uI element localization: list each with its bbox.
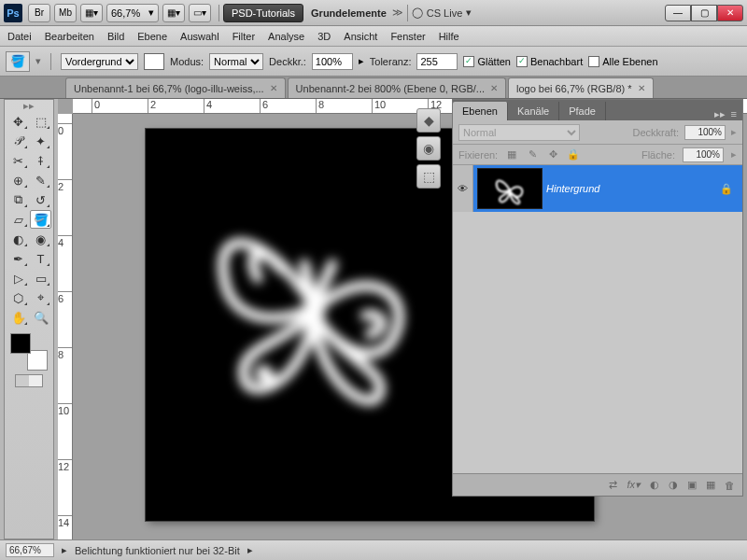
layers-footer: ⇄ fx▾ ◐ ◑ ▣ ▦ 🗑: [453, 473, 742, 496]
fg-color[interactable]: [10, 333, 31, 354]
quickmask-toggle[interactable]: [15, 374, 43, 387]
eyedropper-tool[interactable]: ⤉: [30, 151, 51, 170]
move-tool[interactable]: ✥: [7, 112, 29, 131]
zoom-tool[interactable]: 🔍: [30, 308, 51, 327]
menu-bild[interactable]: Bild: [107, 31, 124, 42]
close-button[interactable]: ✕: [717, 5, 743, 21]
lock-paint-icon[interactable]: ✎: [526, 148, 539, 161]
fx-icon[interactable]: fx▾: [627, 479, 641, 491]
doc-tab-1[interactable]: Unbenannt-1 bei 66,7% (logo-illu-weiss,.…: [65, 77, 286, 98]
adjustment-icon[interactable]: ◑: [669, 479, 678, 491]
opacity-input[interactable]: [312, 53, 353, 70]
panel-menu-icon[interactable]: ≡: [731, 108, 737, 120]
layers-panel: Ebenen Kanäle Pfade ▸▸≡ Normal Deckkraft…: [452, 99, 743, 497]
ruler-vertical[interactable]: 02468101214: [58, 114, 73, 539]
layer-name[interactable]: Hintergrund: [546, 183, 711, 194]
new-layer-icon[interactable]: ▦: [706, 479, 715, 491]
lock-trans-icon[interactable]: ▦: [505, 148, 518, 161]
menu-auswahl[interactable]: Auswahl: [180, 31, 219, 42]
fill-source-select[interactable]: Vordergrund: [61, 53, 138, 70]
layer-row[interactable]: 👁 Hintergrund 🔒: [453, 165, 742, 212]
antialias-checkbox[interactable]: ✓Glätten: [463, 56, 510, 67]
link-layers-icon[interactable]: ⇄: [609, 479, 617, 491]
bridge-button[interactable]: Br: [28, 4, 50, 22]
menu-hilfe[interactable]: Hilfe: [439, 31, 459, 42]
menu-ebene[interactable]: Ebene: [137, 31, 167, 42]
zoom-status[interactable]: 66,67%: [6, 543, 54, 557]
options-bar: 🪣 ▾ Vordergrund Modus: Normal Deckkr.: ▸…: [0, 47, 747, 77]
dock-styles-icon[interactable]: ⬚: [416, 164, 441, 189]
bucket-tool[interactable]: 🪣: [30, 210, 51, 229]
hand-tool[interactable]: ✋: [7, 308, 29, 327]
collapse-icon[interactable]: ▸▸: [714, 108, 726, 120]
eraser-tool[interactable]: ▱: [7, 210, 29, 229]
fill-value[interactable]: 100%: [683, 147, 724, 162]
minimize-button[interactable]: —: [665, 5, 691, 21]
menu-ansicht[interactable]: Ansicht: [344, 31, 377, 42]
dock-color-icon[interactable]: ◆: [416, 108, 441, 133]
maximize-button[interactable]: ▢: [691, 5, 717, 21]
trash-icon[interactable]: 🗑: [725, 480, 735, 491]
tab-pfade[interactable]: Pfade: [559, 102, 606, 120]
dodge-tool[interactable]: ◉: [30, 230, 51, 248]
heal-tool[interactable]: ⊕: [7, 171, 29, 189]
marquee-tool[interactable]: ⬚: [30, 112, 51, 131]
pattern-swatch[interactable]: [144, 53, 164, 70]
mode-select[interactable]: Normal: [209, 53, 263, 70]
tab-ebenen[interactable]: Ebenen: [453, 102, 508, 120]
crop-tool[interactable]: ✂: [7, 151, 29, 170]
shape-tool[interactable]: ▭: [30, 269, 51, 287]
close-icon[interactable]: ✕: [270, 83, 277, 93]
view-extras-button[interactable]: ▦▾: [80, 4, 103, 22]
bucket-tool-icon[interactable]: 🪣: [6, 51, 30, 72]
blend-mode-select[interactable]: Normal: [458, 124, 580, 141]
history-brush-tool[interactable]: ↺: [30, 190, 51, 209]
tolerance-input[interactable]: [416, 53, 458, 70]
path-tool[interactable]: ▷: [7, 269, 29, 287]
wand-tool[interactable]: ✦: [30, 132, 51, 150]
opacity-panel-value[interactable]: 100%: [684, 125, 726, 140]
color-swatches[interactable]: [10, 333, 48, 371]
menu-filter[interactable]: Filter: [233, 31, 255, 42]
menu-datei[interactable]: Datei: [7, 31, 32, 42]
visibility-toggle[interactable]: 👁: [453, 165, 473, 212]
3d-tool[interactable]: ⬡: [7, 288, 29, 307]
menu-fenster[interactable]: Fenster: [390, 31, 425, 42]
3dcam-tool[interactable]: ⌖: [30, 288, 51, 307]
minibridge-button[interactable]: Mb: [54, 4, 77, 22]
status-message: Belichtung funktioniert nur bei 32-Bit: [75, 545, 240, 556]
arrange-button[interactable]: ▦▾: [162, 4, 185, 22]
pen-tool[interactable]: ✒: [7, 249, 29, 268]
group-icon[interactable]: ▣: [687, 479, 697, 491]
alllayers-checkbox[interactable]: Alle Ebenen: [588, 56, 657, 67]
doc-tab-2[interactable]: Unbenannt-2 bei 800% (Ebene 0, RGB/...✕: [288, 77, 506, 98]
tab-kanale[interactable]: Kanäle: [508, 102, 559, 120]
blur-tool[interactable]: ◐: [7, 230, 29, 248]
layer-thumbnail[interactable]: [477, 168, 543, 209]
close-icon[interactable]: ✕: [638, 83, 645, 93]
cslive-button[interactable]: ◯ CS Live▾: [412, 7, 472, 19]
type-tool[interactable]: T: [30, 249, 51, 268]
screenmode-button[interactable]: ▭▾: [189, 4, 211, 22]
psd-tutorials-button[interactable]: PSD-Tutorials: [223, 4, 303, 22]
zoom-dropdown[interactable]: 66,7%▾: [106, 4, 159, 22]
mask-icon[interactable]: ◐: [650, 479, 659, 491]
status-more-icon[interactable]: ▸: [247, 544, 253, 556]
menu-3d[interactable]: 3D: [317, 31, 331, 42]
brush-tool[interactable]: ✎: [30, 171, 51, 189]
stamp-tool[interactable]: ⧉: [7, 190, 29, 209]
workspace-more-icon[interactable]: ≫: [392, 7, 403, 19]
dock-swatches-icon[interactable]: ◉: [416, 136, 441, 161]
lasso-tool[interactable]: 𝒫: [7, 132, 29, 150]
lock-move-icon[interactable]: ✥: [546, 148, 559, 161]
menu-analyse[interactable]: Analyse: [268, 31, 304, 42]
opacity-flyout-icon[interactable]: ▸: [359, 55, 364, 67]
lock-all-icon[interactable]: 🔒: [567, 148, 580, 161]
close-icon[interactable]: ✕: [490, 83, 498, 93]
toolbox: ▸▸ ✥ ⬚ 𝒫 ✦ ✂ ⤉ ⊕ ✎ ⧉ ↺ ▱ 🪣 ◐ ◉ ✒ T ▷ ▭ ⬡…: [4, 99, 54, 539]
contiguous-checkbox[interactable]: ✓Benachbart: [516, 56, 583, 67]
workspace-label[interactable]: Grundelemente: [311, 7, 387, 19]
status-flyout-icon[interactable]: ▸: [62, 544, 67, 556]
doc-tab-3[interactable]: logo bei 66,7% (RGB/8) *✕: [508, 77, 654, 98]
menu-bearbeiten[interactable]: Bearbeiten: [45, 31, 94, 42]
